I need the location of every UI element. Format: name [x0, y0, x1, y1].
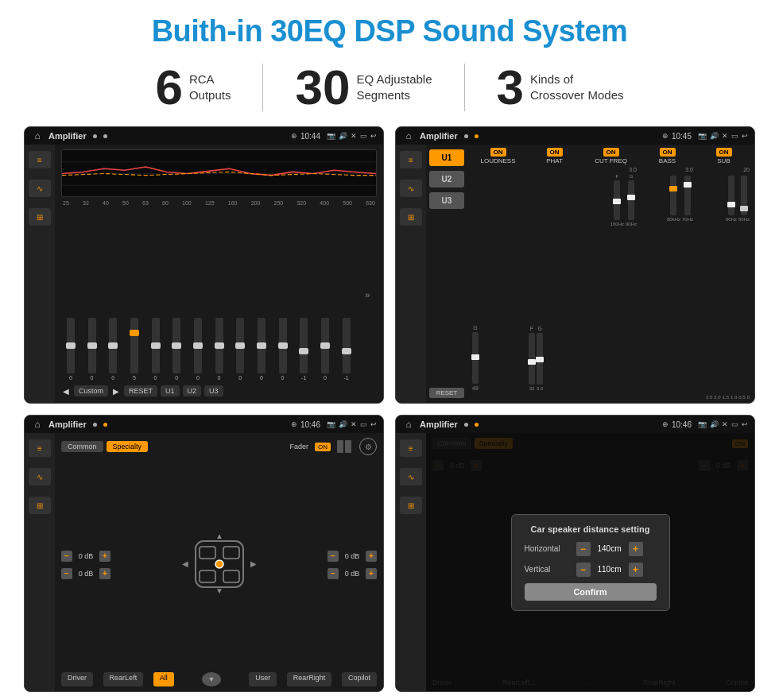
eq-reset-btn[interactable]: RESET — [124, 385, 157, 396]
dialog-box: Car speaker distance setting Horizontal … — [511, 514, 670, 611]
bass-on[interactable]: ON — [660, 148, 676, 157]
db-plus-br[interactable]: + — [366, 568, 377, 579]
eq-slider-6[interactable]: 0 — [188, 318, 207, 381]
phat-slider-g[interactable]: G 3.0 — [537, 326, 543, 391]
db-value-br: 0 dB — [341, 570, 363, 578]
eq-slider-9[interactable]: 0 — [252, 318, 271, 381]
eq-next-btn[interactable]: ▶ — [111, 387, 121, 396]
loudness-on[interactable]: ON — [490, 148, 506, 157]
stat-eq: 30 EQ AdjustableSegments — [263, 63, 463, 112]
db-minus-br[interactable]: − — [327, 568, 339, 579]
cutfreq-slider-g[interactable]: G 90Hz — [626, 174, 637, 226]
crossover-sidebar-btn-2[interactable]: ∿ — [400, 180, 422, 197]
eq-slider-4[interactable]: 0 — [146, 318, 165, 381]
dialog-screen: ⌂ Amplifier ⊕ 10:46 📷 🔊 ✕ ▭ ↩ ≡ ∿ ⊞ — [395, 415, 755, 692]
phat-slider-f[interactable]: F 32 — [529, 326, 535, 391]
phat-on[interactable]: ON — [547, 148, 563, 157]
crossover-u1-btn[interactable]: U1 — [429, 149, 464, 166]
crossover-sidebar-btn-3[interactable]: ⊞ — [400, 208, 422, 226]
eq-u2-btn[interactable]: U2 — [183, 385, 202, 396]
rearleft-btn[interactable]: RearLeft — [103, 672, 144, 686]
eq-prev-btn[interactable]: ◀ — [61, 387, 71, 396]
eq-slider-8[interactable]: 0 — [231, 318, 250, 381]
fader-tab-common[interactable]: Common — [61, 441, 103, 452]
fader-sidebar-btn-1[interactable]: ≡ — [29, 439, 51, 457]
cutfreq-col: ON CUT FREQ — [585, 148, 637, 164]
eq-u1-btn[interactable]: U1 — [161, 385, 180, 396]
crossover-u3-btn[interactable]: U3 — [429, 192, 464, 209]
eq-slider-7[interactable]: 0 — [210, 318, 229, 381]
eq-sidebar-btn-3[interactable]: ⊞ — [29, 208, 51, 226]
screens-grid: ⌂ Amplifier ⊕ 10:44 📷 🔊 ✕ ▭ ↩ ≡ ∿ ⊞ — [24, 126, 755, 692]
sub-slider-2[interactable]: 60Hz — [738, 174, 750, 222]
eq-slider-more[interactable]: » — [358, 290, 377, 300]
all-btn[interactable]: All — [153, 672, 174, 686]
db-minus-bl[interactable]: − — [61, 568, 72, 579]
location-icon: ⊕ — [291, 132, 297, 140]
eq-slider-0[interactable]: 0 — [61, 318, 80, 381]
fader-tab-specialty[interactable]: Specialty — [107, 441, 149, 452]
vertical-plus-btn[interactable]: + — [629, 563, 643, 577]
eq-u3-btn[interactable]: U3 — [204, 385, 223, 396]
db-plus-bl[interactable]: + — [99, 568, 110, 579]
status-dot-1 — [93, 134, 97, 138]
fader-slider-h[interactable] — [337, 440, 343, 453]
db-minus-tr[interactable]: − — [327, 551, 339, 562]
eq-slider-2[interactable]: 0 — [103, 318, 122, 381]
fader-sidebar-btn-3[interactable]: ⊞ — [29, 497, 51, 514]
fader-slider-h2[interactable] — [345, 440, 351, 453]
cutfreq-slider-f[interactable]: F 100Hz — [610, 174, 624, 226]
location-icon-2: ⊕ — [662, 132, 669, 140]
home-icon-2: ⌂ — [402, 130, 415, 142]
eq-sidebar-btn-2[interactable]: ∿ — [29, 180, 51, 197]
bass-slider-g[interactable]: 70Hz — [682, 174, 693, 222]
user-btn[interactable]: User — [249, 672, 277, 686]
vertical-minus-btn[interactable]: − — [576, 563, 591, 577]
confirm-button[interactable]: Confirm — [525, 583, 657, 601]
window-icon-2: ▭ — [731, 132, 738, 140]
crossover-reset-btn[interactable]: RESET — [429, 388, 464, 398]
sub-slider[interactable]: 60Hz — [726, 174, 737, 222]
crossover-sidebar-btn-1[interactable]: ≡ — [400, 151, 422, 168]
horizontal-minus-btn[interactable]: − — [576, 542, 591, 556]
home-icon: ⌂ — [31, 130, 44, 142]
crossover-u2-btn[interactable]: U2 — [429, 171, 464, 188]
stat-eq-label: EQ AdjustableSegments — [356, 72, 432, 104]
crossover-u-buttons: U1 U2 U3 RESET — [426, 145, 467, 403]
dialog-sidebar-btn-2[interactable]: ∿ — [400, 468, 422, 485]
eq-slider-1[interactable]: 0 — [83, 318, 102, 381]
eq-slider-10[interactable]: 0 — [273, 318, 293, 381]
eq-custom-btn[interactable]: Custom — [74, 385, 108, 396]
car-diagram: ▲ ▼ ◀ ▶ — [118, 535, 320, 594]
stat-rca-number: 6 — [155, 63, 182, 112]
cutfreq-on[interactable]: ON — [603, 148, 619, 157]
fader-down-btn[interactable]: ▼ — [202, 672, 221, 686]
db-plus-tr[interactable]: + — [366, 551, 377, 562]
fader-dot-1 — [93, 423, 97, 427]
eq-slider-3[interactable]: 5 — [125, 318, 144, 381]
eq-slider-11[interactable]: -1 — [294, 318, 313, 381]
bass-slider-f[interactable]: 80kHz — [667, 174, 680, 222]
eq-sidebar-btn-1[interactable]: ≡ — [29, 151, 51, 168]
copilot-btn[interactable]: Copilot — [342, 672, 377, 686]
eq-slider-13[interactable]: -1 — [337, 318, 356, 381]
rearright-btn[interactable]: RearRight — [287, 672, 332, 686]
eq-slider-5[interactable]: 0 — [167, 318, 186, 381]
db-minus-tl[interactable]: − — [61, 551, 72, 562]
dialog-sidebar-btn-1[interactable]: ≡ — [400, 439, 422, 457]
eq-slider-12[interactable]: 0 — [316, 318, 335, 381]
fader-screen-title: Amplifier — [48, 420, 87, 429]
dialog-sidebar-btn-3[interactable]: ⊞ — [400, 497, 422, 514]
fader-on-badge[interactable]: ON — [315, 443, 331, 451]
stat-crossover-label: Kinds ofCrossover Modes — [530, 72, 624, 104]
dialog-main: Common Specialty ON − 0 dB + — [426, 433, 754, 691]
fader-main: Common Specialty Fader ON ⚙ — [55, 433, 383, 691]
db-plus-tl[interactable]: + — [99, 551, 110, 562]
back-icon: ↩ — [370, 132, 377, 140]
loudness-slider-g[interactable]: G 48 — [472, 325, 479, 391]
driver-btn[interactable]: Driver — [61, 672, 93, 686]
fader-settings-icon[interactable]: ⚙ — [359, 438, 377, 455]
fader-sidebar-btn-2[interactable]: ∿ — [29, 468, 51, 485]
sub-on[interactable]: ON — [716, 148, 732, 157]
horizontal-plus-btn[interactable]: + — [629, 542, 643, 556]
